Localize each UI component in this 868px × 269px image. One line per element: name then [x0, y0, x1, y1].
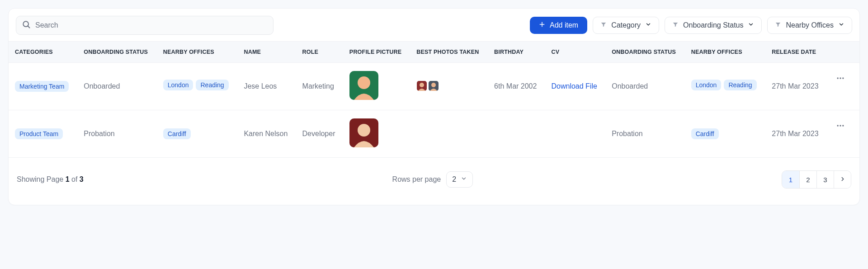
filter-onboarding-status-button[interactable]: Onboarding Status — [665, 17, 762, 34]
cell-birthday: 6th Mar 2002 — [488, 63, 545, 110]
pager-next-button[interactable] — [834, 171, 851, 188]
column-header: ROLE — [296, 42, 343, 63]
cell-onboarding-status-2: Probation — [605, 110, 685, 158]
cell-actions — [827, 63, 859, 110]
avatar — [349, 118, 378, 147]
chevron-down-icon — [645, 21, 651, 29]
chevron-down-icon — [748, 21, 754, 29]
category-tag: Product Team — [15, 128, 63, 139]
svg-point-9 — [431, 83, 436, 87]
cell-cv: Download File — [545, 63, 605, 110]
data-table-card: Add item Category Onboarding Status — [8, 8, 860, 205]
table-header-row: CATEGORIESONBOARDING STATUSNEARBY OFFICE… — [9, 42, 859, 63]
column-header: ONBOARDING STATUS — [77, 42, 157, 63]
svg-line-1 — [28, 26, 30, 28]
cell-release-date: 27th Mar 2023 — [765, 110, 827, 158]
filter-icon — [775, 21, 781, 29]
column-header: RELEASE DATE — [765, 42, 827, 63]
column-header: NEARBY OFFICES — [685, 42, 766, 63]
dots-horizontal-icon — [836, 74, 845, 84]
cell-onboarding-status-2: Onboarded — [605, 63, 685, 110]
rows-per-page-label: Rows per page — [392, 175, 441, 184]
row-actions-button[interactable] — [833, 71, 848, 87]
search-icon — [22, 20, 31, 31]
chevron-down-icon — [838, 21, 844, 29]
table-row: Marketing TeamOnboardedLondonReadingJese… — [9, 63, 859, 110]
svg-point-7 — [420, 83, 424, 87]
svg-point-15 — [837, 125, 839, 126]
office-tag: London — [691, 80, 722, 90]
cell-categories: Marketing Team — [9, 63, 77, 110]
cell-actions — [827, 110, 859, 158]
download-cv-link[interactable]: Download File — [551, 82, 597, 90]
office-tag: Reading — [724, 80, 756, 90]
pagination-info: Showing Page 1 of 3 — [17, 175, 84, 184]
pager-page-button[interactable]: 2 — [799, 171, 816, 188]
current-page: 1 — [66, 175, 70, 183]
column-header: PROFILE PICTURE — [343, 42, 410, 63]
column-header: CATEGORIES — [9, 42, 77, 63]
pager-page-button[interactable]: 1 — [782, 171, 799, 188]
toolbar: Add item Category Onboarding Status — [9, 9, 859, 41]
rows-per-page-control: Rows per page 2 — [392, 171, 473, 188]
dots-horizontal-icon — [836, 121, 845, 132]
table-footer: Showing Page 1 of 3 Rows per page 2 123 — [9, 158, 859, 191]
rows-per-page-select[interactable]: 2 — [446, 171, 473, 188]
table-row: Product TeamProbationCardiffKaren Nelson… — [9, 110, 859, 158]
add-item-label: Add item — [550, 21, 578, 29]
cell-nearby-offices-2: LondonReading — [685, 63, 766, 110]
avatar — [349, 71, 378, 100]
showing-prefix: Showing Page — [17, 175, 66, 183]
filter-icon — [600, 21, 607, 29]
chevron-down-icon — [461, 175, 467, 184]
cell-onboarding-status: Probation — [77, 110, 157, 158]
total-pages: 3 — [80, 175, 84, 183]
office-tag: London — [163, 80, 193, 90]
svg-point-14 — [358, 124, 370, 137]
photo-thumb — [416, 80, 426, 90]
svg-point-10 — [837, 77, 839, 79]
svg-point-5 — [358, 76, 370, 89]
cell-role: Developer — [296, 110, 343, 158]
filter-category-button[interactable]: Category — [593, 17, 659, 34]
add-item-button[interactable]: Add item — [530, 17, 587, 34]
cell-cv — [545, 110, 605, 158]
svg-point-16 — [840, 125, 841, 126]
pager-page-button[interactable]: 3 — [816, 171, 834, 188]
cell-nearby-offices: Cardiff — [157, 110, 238, 158]
row-actions-button[interactable] — [833, 118, 848, 134]
column-header: BIRTHDAY — [488, 42, 545, 63]
cell-role: Marketing — [296, 63, 343, 110]
column-header — [827, 42, 859, 63]
cell-name: Jese Leos — [237, 63, 296, 110]
table-wrap: CATEGORIESONBOARDING STATUSNEARBY OFFICE… — [9, 41, 859, 158]
column-header: NAME — [237, 42, 296, 63]
category-tag: Marketing Team — [15, 81, 69, 92]
search-input[interactable] — [35, 21, 268, 29]
search-wrapper[interactable] — [16, 16, 274, 35]
rows-per-page-value: 2 — [452, 175, 456, 184]
svg-point-17 — [842, 125, 844, 126]
column-header: BEST PHOTOS TAKEN — [410, 42, 488, 63]
office-tag: Cardiff — [163, 128, 191, 139]
chevron-right-icon — [840, 176, 846, 184]
pager: 123 — [782, 170, 851, 189]
cell-birthday — [488, 110, 545, 158]
plus-icon — [539, 21, 545, 29]
office-tag: Cardiff — [691, 128, 719, 139]
office-tag: Reading — [196, 80, 228, 90]
data-table: CATEGORIESONBOARDING STATUSNEARBY OFFICE… — [9, 41, 859, 158]
filter-icon — [672, 21, 679, 29]
cell-profile-picture — [343, 63, 410, 110]
filter-nearby-offices-button[interactable]: Nearby Offices — [767, 17, 852, 34]
cell-best-photos — [410, 63, 488, 110]
photo-thumb — [428, 80, 438, 90]
cell-nearby-offices-2: Cardiff — [685, 110, 766, 158]
cell-onboarding-status: Onboarded — [77, 63, 157, 110]
cell-categories: Product Team — [9, 110, 77, 158]
cell-name: Karen Nelson — [237, 110, 296, 158]
svg-point-11 — [840, 77, 841, 79]
cell-release-date: 27th Mar 2023 — [765, 63, 827, 110]
cell-profile-picture — [343, 110, 410, 158]
column-header: NEARBY OFFICES — [157, 42, 238, 63]
